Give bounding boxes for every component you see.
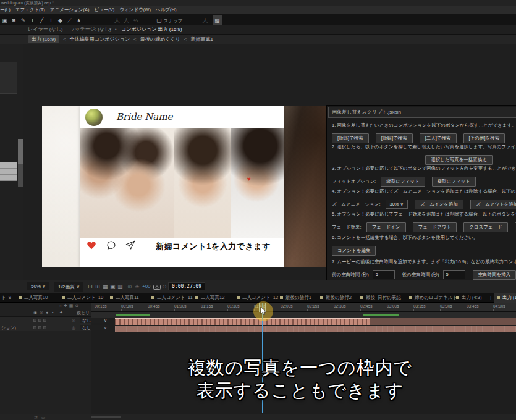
timeline-tab[interactable]: 出力 (4:3) <box>456 293 482 303</box>
pin-icon[interactable]: ⊕ <box>127 284 132 290</box>
channel-icon[interactable]: ▥ <box>117 284 123 290</box>
add-zoom-in-button[interactable]: ズームインを追加 <box>415 200 463 209</box>
label-chip-icon <box>151 296 154 299</box>
timeline-tab[interactable]: ト_9 <box>1 293 11 303</box>
cross-fade-button[interactable]: クロスフェード <box>463 222 508 232</box>
menu-item-view[interactable]: ビュー(V) <box>94 7 114 12</box>
eye-switch-icon[interactable] <box>33 319 36 322</box>
breadcrumb-bride-photo[interactable]: 新婦写真1 <box>190 36 213 42</box>
project-panel-selected-rows[interactable] <box>0 162 17 181</box>
search-others-button[interactable]: [その他]を検索 <box>463 133 505 143</box>
current-timecode[interactable]: 0:00:27:09 <box>168 282 205 290</box>
breadcrumb-last-scene[interactable]: 最後の締めくくり <box>140 36 180 42</box>
fit-portrait-button[interactable]: 縦型にフィット <box>381 177 425 187</box>
search-bride-button[interactable]: [新婦]で検索 <box>376 133 413 143</box>
parent-pickwhip-icon[interactable]: ◎ <box>72 317 75 324</box>
project-panel-scrollbar-thumb[interactable] <box>18 139 23 164</box>
search-groom-button[interactable]: [新郎]で検索 <box>332 133 369 143</box>
tab-layer[interactable]: レイヤー (なし) <box>28 25 63 35</box>
menu-item-animation[interactable]: アニメーション(A) <box>50 7 90 12</box>
parent-link-dropdown[interactable]: なし∨ <box>80 325 109 330</box>
show-snapshot-icon[interactable]: ⊙ <box>162 284 167 290</box>
snap-label[interactable]: スナップ <box>164 18 183 23</box>
mask-toggle-icon[interactable]: ⊞ <box>95 284 100 290</box>
comment-icon <box>106 240 116 250</box>
menu-item-layer-partial[interactable]: ー(L) <box>0 7 11 12</box>
timeline-tab[interactable]: 二人コメント_12 <box>237 293 278 303</box>
blank-after-input[interactable]: 5 <box>443 270 465 279</box>
exposure-value[interactable]: +00 <box>142 284 151 289</box>
instagram-frame: Bride Name ♥ 新婦コメント1を入力できます <box>80 106 284 267</box>
menu-item-effect[interactable]: エフェクト(T) <box>15 7 45 12</box>
switch-icon[interactable] <box>43 319 46 322</box>
insert-blank-button[interactable]: 空白時間を挿入 <box>473 270 516 280</box>
ruler-label: 02:45s <box>360 304 373 308</box>
parent-link-dropdown[interactable]: なし∨ <box>80 317 109 323</box>
ruler-label: 01:15s <box>201 304 213 308</box>
fit-landscape-button[interactable]: 横型にフィット <box>432 177 476 187</box>
search-buttons-row: [新郎]で検索[新婦]で検索[二人]で検索[その他]を検索 <box>332 131 516 140</box>
switches-column-icon: ✦ <box>59 310 63 315</box>
add-zoom-out-button[interactable]: ズームアウトを追加 <box>470 200 516 209</box>
project-panel-rows[interactable] <box>0 62 17 94</box>
breadcrumb-main-comp[interactable]: 全体編集用コンポジション <box>70 36 130 42</box>
switch-icon[interactable] <box>38 319 41 322</box>
timeline-tab[interactable]: 二人写真10 <box>19 293 48 303</box>
breadcrumb: 出力 (16:9)<全体編集用コンポジション<最後の締めくくり<新婦写真1 <box>0 35 516 44</box>
fade-out-button[interactable]: フェードアウト <box>413 222 457 232</box>
tab-footage[interactable]: フッテージ: (なし) <box>70 25 111 35</box>
timeline-tab[interactable]: 最後の旅行1 <box>280 293 311 303</box>
zoom-percent-dropdown[interactable]: 30% ∨ <box>386 200 408 209</box>
switch-icon[interactable] <box>38 326 41 329</box>
edit-comments-button[interactable]: コメントを編集 <box>332 246 376 256</box>
switch-icon[interactable] <box>43 326 46 329</box>
label-chip-icon <box>110 296 113 299</box>
timeline-tab[interactable]: 最後_日付の表記 <box>360 293 401 303</box>
timeline-horizontal-scrollbar[interactable] <box>91 416 121 418</box>
transparency-grid-icon[interactable]: ▣ <box>110 284 116 290</box>
script-step-7: 7. ムービーの前後に空白時間を追加できます。まず「出力(16:9)」などの最終… <box>332 259 516 265</box>
menu-item-help[interactable]: ヘルプ(H) <box>156 7 176 12</box>
close-icon[interactable]: × <box>109 25 112 35</box>
parent-pickwhip-icon[interactable]: ◎ <box>72 324 75 331</box>
label-chip-icon <box>195 296 198 299</box>
fit-options-row: フィットオプション:縦型にフィット横型にフィット <box>332 174 516 183</box>
timeline-tab[interactable]: 二人写真12 <box>195 293 224 303</box>
label-chip-icon <box>497 296 500 299</box>
timeline-view-icons[interactable]: ⌗✚▦⊘ <box>59 303 80 308</box>
layer-bar-2[interactable] <box>115 326 516 332</box>
work-area-bar[interactable] <box>91 312 516 318</box>
region-of-interest-icon[interactable]: ▦ <box>103 284 108 290</box>
search-couple-button[interactable]: [二人]で検索 <box>420 133 457 143</box>
timeline-tab-active[interactable]: 出力 (16:9) <box>494 293 516 303</box>
fade-in-button[interactable]: フェードイン <box>366 222 406 232</box>
tab-composition[interactable]: コンポジション 出力 (16:9) <box>121 25 185 35</box>
heart-icon <box>87 241 96 250</box>
layer-bar-1[interactable] <box>115 318 370 325</box>
timeline-ruler[interactable]: 00:15s 00:30s 00:45s 01:00s 01:15s 01:30… <box>91 303 516 312</box>
replace-photos-button[interactable]: 選択した写真を一括置換え <box>425 155 493 165</box>
timeline-tab[interactable]: 二人コメント_10 <box>62 293 103 303</box>
script-panel-title[interactable]: 画像差し替えスクリプト.jsxbin <box>328 107 516 118</box>
timeline-tab[interactable]: 二人コメント_11 <box>151 293 193 303</box>
timeline-tab[interactable]: 締めのロゴテキスト <box>409 293 457 303</box>
menubar: ー(L) エフェクト(T) アニメーション(A) ビュー(V) ウィンドウ(W)… <box>0 6 516 14</box>
breadcrumb-output[interactable]: 出力 (16:9) <box>28 35 59 43</box>
timeline-tab[interactable]: 二人写真11 <box>110 293 139 303</box>
gear-icon[interactable]: ✳ <box>135 284 140 290</box>
panel-menu-icon[interactable]: ≡ <box>164 25 167 35</box>
menu-item-window[interactable]: ウィンドウ(W) <box>119 7 150 12</box>
eye-switch-icon[interactable] <box>33 326 36 329</box>
timeline-tab[interactable]: 最後の旅行2 <box>320 293 352 303</box>
layer-row-1[interactable]: ◎ なし∨ <box>0 317 91 324</box>
video-subtitle: 複数の写真を一つの枠内で 表示することもできます <box>42 356 516 402</box>
lock-column-icon: ▪ <box>52 310 53 314</box>
grid-guides-icon[interactable]: ⊡ <box>88 284 93 290</box>
snapshot-camera-icon[interactable] <box>153 284 161 290</box>
subtitle-line-1: 複数の写真を一つの枠内で <box>42 356 516 379</box>
blank-before-input[interactable]: 5 <box>373 270 395 279</box>
layer-row-2[interactable]: ション) ◎ なし∨ <box>0 324 91 331</box>
avatar <box>85 109 103 126</box>
magnification-dropdown[interactable]: 50% ∨ <box>27 282 49 290</box>
resolution-dropdown[interactable]: 1/2画質 ∨ <box>54 282 83 292</box>
